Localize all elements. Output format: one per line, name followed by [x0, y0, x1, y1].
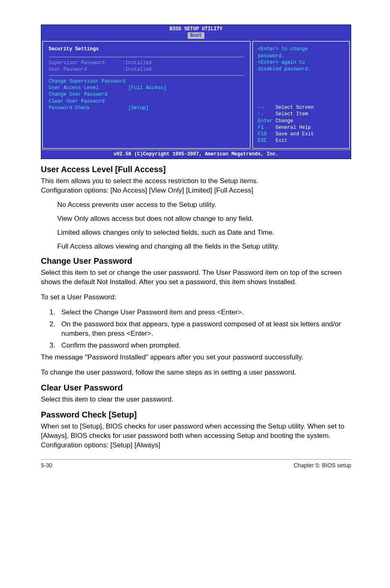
- bios-left-panel: Security Settings Supervisor Password :I…: [42, 41, 251, 149]
- change-user-password[interactable]: Change User Password: [49, 91, 244, 98]
- body-text: Select this item to set or change the us…: [41, 268, 351, 287]
- arrows-ud-icon: ↑↓: [258, 111, 264, 117]
- body-text: To change the user password, follow the …: [41, 368, 351, 377]
- bullet-no-access: No Access prevents user access to the Se…: [41, 201, 351, 209]
- heading-change-user-password: Change User Password: [41, 256, 351, 266]
- step-3: Confirm the password when prompted.: [57, 341, 351, 350]
- bios-title: BIOS SETUP UTILITY: [41, 25, 351, 32]
- bullet-view-only: View Only allows access but does not all…: [41, 215, 351, 223]
- chapter-title: Chapter 5: BIOS setup: [294, 462, 351, 469]
- supervisor-password-row: Supervisor Password :Installed: [49, 60, 244, 66]
- nav-keys: ←→ Select Screen ↑↓ Select Item Enter Ch…: [258, 104, 347, 144]
- change-supervisor-password[interactable]: Change Supervisor Password: [49, 78, 244, 85]
- bullet-limited: Limited allows changes only to selected …: [41, 229, 351, 237]
- clear-user-password[interactable]: Clear User Password: [49, 98, 244, 105]
- help-text: password.: [258, 53, 347, 59]
- step-2: On the password box that appears, type a…: [57, 320, 351, 339]
- security-settings-heading: Security Settings: [49, 46, 244, 52]
- bios-help-panel: <Enter> to change password. <Enter> agai…: [252, 41, 350, 149]
- bios-tab-boot[interactable]: Boot: [188, 32, 204, 39]
- bios-footer: v02.58 (C)Copyright 1985-2007, American …: [41, 150, 351, 158]
- bios-screen: BIOS SETUP UTILITY Boot Security Setting…: [41, 25, 351, 159]
- heading-password-check: Password Check [Setup]: [41, 410, 351, 420]
- user-access-level-row[interactable]: User Access Level [Full Access]: [49, 85, 244, 91]
- user-password-row: User Password :Installed: [49, 66, 244, 73]
- help-text: disabled password.: [258, 66, 347, 72]
- password-check-row[interactable]: Password Check [Setup]: [49, 105, 244, 111]
- bullet-full-access: Full Access allows viewing and changing …: [41, 242, 351, 251]
- help-text: <Enter> again to: [258, 59, 347, 66]
- bios-tabbar: Boot: [41, 32, 351, 40]
- body-text: To set a User Password:: [41, 293, 351, 302]
- body-text: Select this item to clear the user passw…: [41, 395, 351, 404]
- heading-clear-user-password: Clear User Password: [41, 383, 351, 393]
- body-text: The message "Password Installed" appears…: [41, 353, 351, 362]
- page-footer: 5-30 Chapter 5: BIOS setup: [41, 459, 351, 469]
- help-text: <Enter> to change: [258, 46, 347, 52]
- heading-user-access-level: User Access Level [Full Access]: [41, 165, 351, 174]
- steps-list: Select the Change User Password item and…: [41, 308, 351, 350]
- body-text: This item allows you to select the acces…: [41, 177, 351, 195]
- body-text: When set to [Setup], BIOS checks for use…: [41, 422, 351, 450]
- arrows-lr-icon: ←→: [258, 104, 264, 111]
- step-1: Select the Change User Password item and…: [57, 308, 351, 317]
- page-number: 5-30: [41, 462, 52, 469]
